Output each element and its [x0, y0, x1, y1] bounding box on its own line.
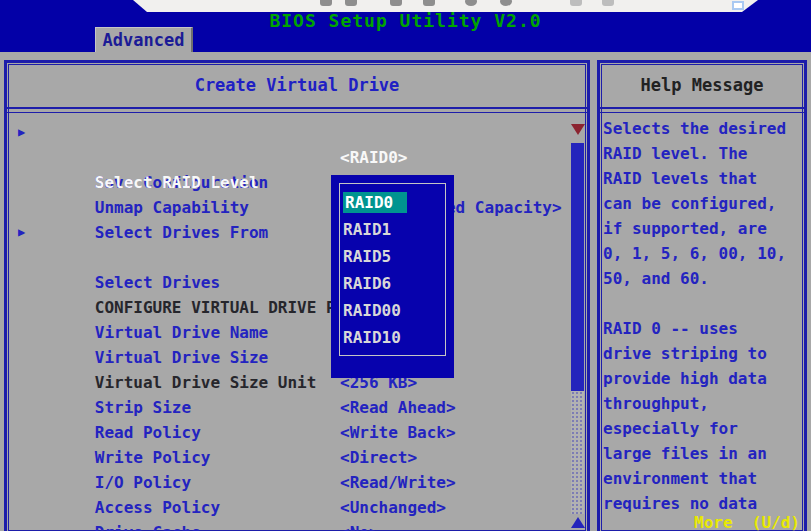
dropdown-option-raid6[interactable]: RAID6 [343, 270, 444, 297]
list-item-read-policy[interactable]: Read Policy <Read Ahead> [20, 395, 560, 420]
help-line: RAID levels that [603, 166, 803, 191]
toolbar-icon-remnant [500, 0, 512, 6]
help-line: environment that [603, 466, 803, 491]
raid-level-dropdown: RAID0 RAID1 RAID5 RAID6 RAID00 RAID10 [331, 175, 454, 378]
dropdown-option-raid5[interactable]: RAID5 [343, 243, 444, 270]
divider [7, 107, 587, 113]
dropdown-options: RAID0 RAID1 RAID5 RAID6 RAID00 RAID10 [343, 189, 444, 351]
arrow-right-icon: ▶ [18, 120, 25, 145]
help-line: throughput, [603, 391, 803, 416]
help-line: 0, 1, 5, 6, 00, 10, [603, 241, 803, 266]
toolbar-icon-remnant [465, 0, 477, 6]
scroll-down-icon[interactable] [571, 124, 585, 135]
list-item-select-drives-from[interactable]: Select Drives From <Unconfigured Capacit… [20, 195, 560, 220]
item-value: <Unchanged> [340, 495, 446, 520]
bios-screen: BIOS Setup Utility V2.0 Advanced Create … [0, 0, 811, 531]
help-line: can be configured, [603, 191, 803, 216]
section-configure-virtual-drive: CONFIGURE VIRTUAL DRIVE PAR [20, 270, 560, 295]
help-line: RAID 0 -- uses [603, 316, 803, 341]
help-line [603, 291, 803, 316]
item-value: <Read/Write> [340, 470, 456, 495]
list-item-disable-background[interactable]: Disable Background <No> [20, 520, 560, 531]
list-item-save-configuration[interactable]: ▶ Save Configuration [20, 120, 560, 145]
help-text: Selects the desired RAID level. The RAID… [603, 116, 803, 516]
help-line: Selects the desired [603, 116, 803, 141]
list-item-select-drives[interactable]: ▶ Select Drives [20, 220, 560, 245]
toolbar-icon-remnant [390, 0, 402, 6]
window-icon [732, 1, 744, 10]
toolbar-icon-remnant [602, 0, 614, 6]
dropdown-option-raid00[interactable]: RAID00 [343, 297, 444, 324]
list-item-drive-cache[interactable]: Drive Cache <Unchanged> [20, 495, 560, 520]
more-indicator: More (U/d) [694, 513, 800, 531]
list-item-select-raid-level[interactable]: Select RAID Level <RAID0> [20, 145, 560, 170]
toolbar-icon-remnant [423, 0, 435, 6]
item-value: <No> [340, 520, 379, 531]
list-item-access-policy[interactable]: Access Policy <Read/Write> [20, 470, 560, 495]
list-item-io-policy[interactable]: I/O Policy <Direct> [20, 445, 560, 470]
arrow-right-icon: ▶ [18, 220, 25, 245]
scroll-thumb[interactable] [571, 143, 584, 391]
list-item-virtual-drive-name[interactable]: Virtual Drive Name [20, 295, 560, 320]
divider [600, 107, 804, 113]
list-item-blank [20, 245, 560, 270]
settings-list: ▶ Save Configuration Select RAID Level <… [20, 120, 560, 531]
list-item-unmap-capability[interactable]: Unmap Capability [20, 170, 560, 195]
help-line: especially for [603, 416, 803, 441]
help-panel-title: Help Message [600, 63, 804, 107]
dropdown-option-raid1[interactable]: RAID1 [343, 216, 444, 243]
list-item-virtual-drive-size-unit[interactable]: Virtual Drive Size Unit [20, 345, 560, 370]
item-value: <Read Ahead> [340, 395, 456, 420]
main-panel-title: Create Virtual Drive [7, 63, 587, 107]
dropdown-option-raid10[interactable]: RAID10 [343, 324, 444, 351]
help-line: provide high data [603, 366, 803, 391]
scrollbar [570, 122, 585, 531]
toolbar-icon-remnant [320, 0, 332, 6]
dropdown-option-raid0[interactable]: RAID0 [343, 189, 444, 216]
help-line: 50, and 60. [603, 266, 803, 291]
toolbar-icon-remnant [570, 0, 582, 6]
list-item-strip-size[interactable]: Strip Size <256 KB> [20, 370, 560, 395]
scroll-up-icon[interactable] [571, 517, 585, 528]
help-line: large files in an [603, 441, 803, 466]
help-line: if supported, are [603, 216, 803, 241]
help-line: drive striping to [603, 341, 803, 366]
list-item-write-policy[interactable]: Write Policy <Write Back> [20, 420, 560, 445]
help-line: RAID level. The [603, 141, 803, 166]
item-value: <Write Back> [340, 420, 456, 445]
item-value: <RAID0> [340, 145, 407, 170]
list-item-virtual-drive-size[interactable]: Virtual Drive Size [20, 320, 560, 345]
item-value: <Direct> [340, 445, 417, 470]
tab-advanced[interactable]: Advanced [95, 27, 193, 53]
toolbar-icon-remnant [345, 0, 357, 6]
